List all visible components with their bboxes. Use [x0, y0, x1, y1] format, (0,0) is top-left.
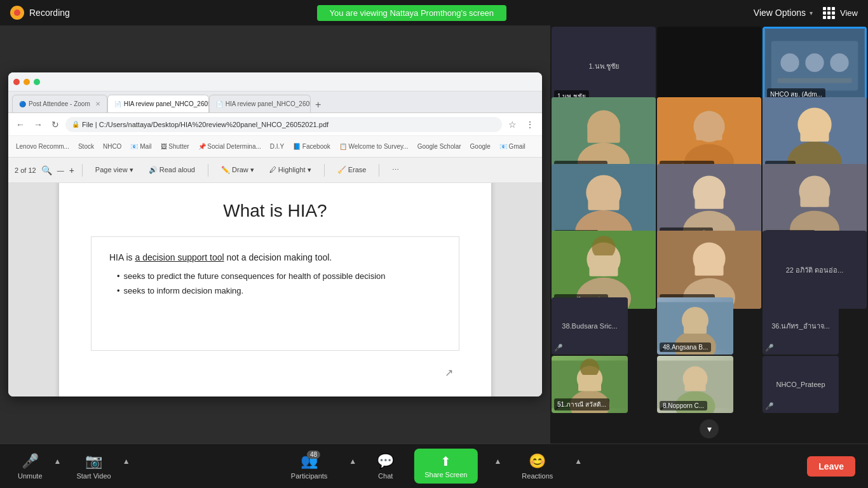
read-aloud-button[interactable]: 🔊 Read aloud — [144, 164, 200, 176]
recording-area: Recording — [10, 6, 70, 20]
pdf-title: What is HIA? — [91, 201, 459, 221]
svg-rect-47 — [578, 375, 601, 391]
browser-min-dot[interactable] — [24, 79, 30, 85]
participants-icon: 👥 48 — [301, 453, 318, 470]
participant-tile-admin[interactable]: NHCO สย. (Adm... — [763, 27, 867, 105]
svg-rect-51 — [685, 375, 706, 391]
browser-tab-2[interactable]: 📄 HIA review panel_NHCO_26052 ✕ — [107, 95, 209, 112]
leave-button[interactable]: Leave — [807, 456, 855, 477]
browser-tab-3[interactable]: 📄 HIA review panel_NHCO_26052 ✕ — [209, 95, 311, 112]
recording-label: Recording — [29, 8, 70, 18]
bottom-right-controls: Leave — [807, 456, 855, 477]
browser-tab-1[interactable]: 🔵 Post Attendee - Zoom ✕ — [12, 95, 107, 112]
share-chevron[interactable]: ▲ — [494, 457, 501, 466]
chat-icon: 💬 — [377, 453, 394, 470]
reactions-button[interactable]: 😊 Reactions — [517, 451, 558, 482]
bookmark-facebook[interactable]: 📘 Facebook — [290, 142, 333, 151]
svg-point-2 — [780, 53, 799, 72]
highlight-button[interactable]: 🖊 Highlight ▾ — [264, 164, 316, 176]
page-view-button[interactable]: Page view ▾ — [90, 164, 139, 176]
unmute-chevron[interactable]: ▲ — [54, 457, 62, 466]
unmute-label: Unmute — [18, 472, 43, 480]
zoom-in-icon[interactable]: + — [69, 165, 74, 175]
chevron-down-icon: ▾ — [810, 10, 813, 17]
participant-tile-empty — [657, 27, 761, 105]
pdf-separator-4 — [379, 164, 379, 177]
scroll-controls: ▾ — [550, 414, 868, 444]
participants-count-badge: 48 — [307, 451, 320, 459]
pdf-zoom-level: — — [57, 166, 64, 174]
share-screen-button[interactable]: ⬆ Share Screen — [414, 449, 477, 484]
browser-max-dot[interactable] — [34, 79, 40, 85]
bookmark-mail[interactable]: 📧 Mail — [128, 142, 154, 151]
new-tab-button[interactable]: + — [311, 97, 326, 112]
more-tools-button[interactable]: ⋯ — [387, 164, 404, 176]
settings-button[interactable]: ⋮ — [523, 118, 537, 131]
forward-button[interactable]: → — [31, 118, 45, 131]
svg-rect-21 — [588, 188, 619, 210]
participants-grid: 1.นพ.ชูชัย 1.นพ.ชูชัย — [550, 25, 868, 414]
refresh-button[interactable]: ↻ — [49, 118, 62, 131]
participant-name-display-38: 38.Budsara Sric... — [552, 297, 628, 355]
record-dot-orange — [10, 6, 24, 20]
participants-chevron[interactable]: ▲ — [349, 457, 356, 466]
chat-button[interactable]: 💬 Chat — [372, 451, 399, 482]
url-text: File | C:/Users/nattaya/Desktop/HIA%20re… — [82, 121, 329, 128]
bookmark-button[interactable]: ☆ — [506, 118, 519, 131]
participants-button[interactable]: 👥 48 Participants — [286, 451, 332, 482]
participant-tile-15[interactable]: 🎤 51.ภารณี สวัสดิ... — [552, 356, 628, 413]
bookmark-nhco[interactable]: NHCO — [100, 142, 124, 151]
view-label: View — [840, 8, 858, 18]
svg-rect-9 — [587, 123, 620, 143]
grid-icon — [823, 7, 835, 19]
svg-rect-29 — [800, 187, 829, 207]
participant-tile-12[interactable]: 38.Budsara Sric... 🎤 — [552, 297, 628, 355]
bottom-toolbar: 🎤 Unmute ▲ 📷 Start Video ▲ 👥 48 Particip… — [0, 444, 868, 488]
pdf-separator — [82, 164, 83, 177]
tab-close-1[interactable]: ✕ — [95, 100, 100, 107]
bookmark-social[interactable]: 📌 Social Determina... — [196, 142, 264, 151]
participant-name-label: 51.ภารณี สวัสดิ... — [554, 398, 609, 410]
pdf-body: HIA is a decision support tool not a dec… — [91, 236, 459, 351]
bookmark-google[interactable]: Google — [468, 142, 493, 151]
browser-close-dot[interactable] — [13, 79, 20, 85]
scroll-down-button[interactable]: ▾ — [700, 419, 719, 438]
pdf-separator-2 — [208, 164, 208, 177]
microphone-muted-icon: 🎤 — [22, 453, 39, 470]
bottom-center-controls: 👥 48 Participants ▲ 💬 Chat ⬆ Share Scree… — [286, 449, 582, 484]
pdf-toolbar: 2 of 12 🔍 — + Page view ▾ 🔊 Read aloud ✏… — [8, 158, 542, 183]
back-button[interactable]: ← — [13, 118, 27, 131]
start-video-button[interactable]: 📷 Start Video — [71, 451, 116, 482]
svg-rect-34 — [589, 255, 618, 276]
bookmark-diy[interactable]: D.I.Y — [268, 142, 287, 151]
url-bar[interactable]: 🔒 File | C:/Users/nattaya/Desktop/HIA%20… — [65, 117, 502, 132]
video-chevron[interactable]: ▲ — [123, 457, 130, 466]
participants-panel: 1.นพ.ชูชัย 1.นพ.ชูชัย — [550, 25, 868, 444]
bookmark-shutter[interactable]: 🖼 Shutter — [158, 142, 192, 151]
participant-tile-1[interactable]: 1.นพ.ชูชัย 1.นพ.ชูชัย — [552, 27, 656, 105]
participant-tile-14[interactable]: 36.นภัทร_อำนาจ... 🎤 — [763, 297, 839, 355]
browser-toolbar: Lenovo Recomm... Stock NHCO 📧 Mail 🖼 Shu… — [8, 136, 542, 158]
participant-name-label: 48.Angsana B... — [660, 342, 711, 352]
top-bar: Recording You are viewing Nattaya Promth… — [0, 0, 868, 25]
bookmark-scholar[interactable]: Google Scholar — [415, 142, 464, 151]
video-camera-icon: 📷 — [85, 453, 102, 470]
reactions-chevron[interactable]: ▲ — [574, 457, 582, 466]
bookmark-lenovo[interactable]: Lenovo Recomm... — [13, 142, 72, 151]
participant-tile-17[interactable]: NHCO_Prateep 🎤 — [763, 356, 839, 413]
screen-banner-text: You are viewing Nattaya Promthong's scre… — [317, 5, 507, 21]
draw-button[interactable]: ✏️ Draw ▾ — [216, 164, 259, 176]
participant-tile-16[interactable]: 🎤 8.Nopporn C... — [657, 356, 733, 413]
bookmark-gmail[interactable]: 📧 Gmail — [497, 142, 528, 151]
view-button[interactable]: View — [823, 7, 858, 19]
view-options-button[interactable]: View Options ▾ — [754, 8, 813, 18]
bookmark-survey[interactable]: 📋 Welcome to Survey... — [337, 142, 411, 151]
unmute-button[interactable]: 🎤 Unmute — [13, 451, 48, 482]
svg-rect-13 — [696, 122, 722, 140]
erase-button[interactable]: 🧹 Erase — [332, 164, 372, 176]
participant-tile-13[interactable]: 🎤 48.Angsana B... — [657, 297, 733, 355]
zoom-out-icon[interactable]: 🔍 — [41, 165, 52, 175]
participants-label: Participants — [291, 472, 327, 480]
bookmark-stock[interactable]: Stock — [76, 142, 97, 151]
pdf-bullet-2: • seeks to inform decision making. — [117, 286, 441, 295]
